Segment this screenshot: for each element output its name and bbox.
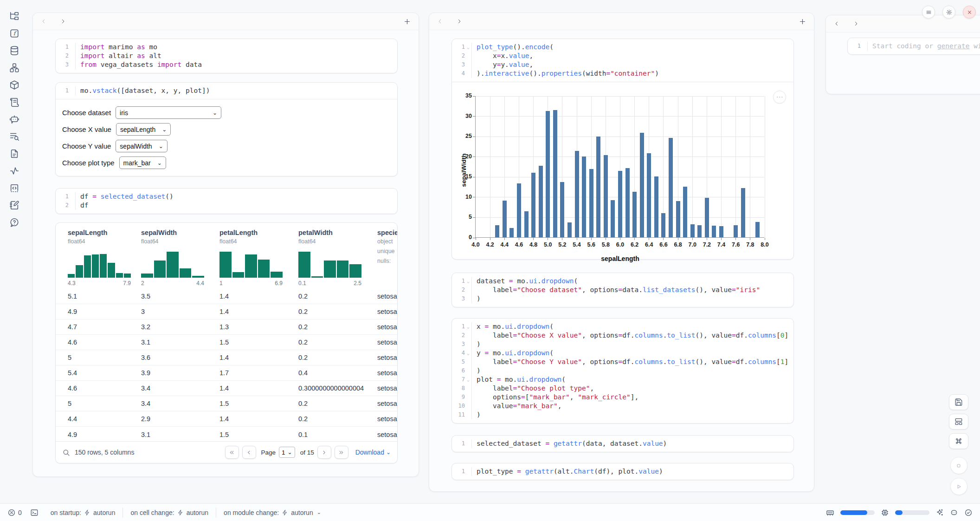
terminal-icon[interactable]	[30, 508, 39, 517]
connection-status-icon[interactable]	[964, 508, 973, 517]
column-sepalLength: sepalLengthfloat644.37.9	[68, 229, 133, 287]
chart-bar	[741, 188, 745, 237]
run-all-button[interactable]	[950, 478, 967, 495]
code-cell-xy-plot-dropdowns[interactable]: 1⌄x = mo.ui.dropdown(2 label="Choose X v…	[451, 318, 794, 423]
column-petalLength: petalLengthfloat6416.9	[219, 229, 284, 287]
next-page-button[interactable]	[317, 446, 331, 459]
fold-chevron-icon[interactable]: ⌄	[465, 322, 471, 331]
y-tick-label: 30	[455, 113, 472, 119]
errors-icon[interactable]	[7, 508, 16, 517]
chart-bar	[618, 171, 622, 237]
chevron-left-icon[interactable]	[833, 20, 840, 27]
menu-button[interactable]	[922, 6, 935, 19]
text-search-icon[interactable]	[9, 131, 19, 142]
choose-plot-type-select[interactable]: mark_bar⌄	[119, 156, 166, 169]
code-cell-plot[interactable]: 1⌄plot_type().encode(2 x=x.value,3 y=y.v…	[451, 39, 794, 260]
choose-x-value-select[interactable]: sepalLength⌄	[116, 123, 171, 136]
activity-icon[interactable]	[9, 166, 19, 176]
code-cell-dataset-dropdown[interactable]: 1⌄dataset = mo.ui.dropdown(2 label="Choo…	[451, 273, 794, 307]
prev-page-button[interactable]	[242, 446, 256, 459]
file-text-icon[interactable]	[9, 149, 19, 159]
fold-chevron-icon[interactable]: ⌄	[465, 277, 471, 286]
scroll-text-icon[interactable]	[9, 97, 19, 107]
layout-button[interactable]	[949, 414, 968, 430]
code-line: 1selected_dataset = getattr(data, datase…	[452, 439, 793, 448]
package-icon[interactable]	[9, 80, 19, 90]
notebook-column-2: 1⌄plot_type().encode(2 x=x.value,3 y=y.v…	[429, 13, 814, 492]
chevron-right-icon[interactable]	[853, 20, 859, 27]
code-cell-plot-type[interactable]: 1plot_type = getattr(alt.Chart(df), plot…	[451, 463, 794, 480]
chevron-left-icon[interactable]	[40, 18, 47, 25]
file-tree-icon[interactable]	[9, 11, 19, 21]
table-cell: 0.3000000000000004	[298, 384, 364, 392]
code-line: 1mo.vstack([dataset, x, y, plot])	[56, 86, 397, 95]
line-number: 2	[452, 52, 465, 60]
fold-gutter	[465, 402, 471, 410]
download-button[interactable]: Download ⌄	[355, 449, 391, 456]
line-number: 5	[452, 358, 465, 366]
chevron-down-icon: ⌄	[386, 449, 391, 456]
search-icon[interactable]	[62, 449, 70, 456]
x-tick-label: 7.8	[742, 241, 758, 248]
close-button[interactable]	[963, 6, 976, 19]
copilot-icon[interactable]	[950, 508, 958, 517]
chevron-right-icon[interactable]	[60, 18, 66, 25]
chart-menu-button[interactable]: ⋯	[773, 91, 786, 104]
choose-dataset-select[interactable]: iris⌄	[116, 106, 221, 119]
code-square-icon[interactable]	[9, 183, 19, 193]
chart-bar	[632, 192, 637, 237]
runtime-config-label: on module change:	[224, 509, 279, 516]
database-icon[interactable]	[9, 46, 19, 56]
help-circle-icon[interactable]	[9, 217, 19, 228]
function-square-icon[interactable]: f	[9, 28, 19, 39]
add-cell-icon[interactable]	[799, 18, 806, 26]
workflow-icon[interactable]	[9, 63, 19, 73]
code-line: 11)	[452, 410, 793, 419]
bar-chart[interactable]: sepalLength sepalWidth 4.04.24.44.64.85.…	[475, 96, 764, 238]
add-cell-icon[interactable]	[403, 18, 411, 26]
column-name: petalLength	[219, 229, 284, 236]
first-page-button[interactable]	[225, 446, 239, 459]
chart-bar	[589, 169, 593, 237]
table-cell: setosa	[377, 323, 397, 331]
stop-button[interactable]	[950, 457, 967, 474]
x-tick-label: 5.8	[598, 241, 613, 248]
chart-bar	[553, 110, 557, 237]
table-cell: 5	[68, 400, 71, 407]
line-number: 1	[848, 42, 861, 51]
fold-chevron-icon[interactable]: ⌄	[465, 43, 471, 52]
code-cell-selected-dataset[interactable]: 1selected_dataset = getattr(data, datase…	[451, 435, 794, 452]
code-cell-vstack[interactable]: 1mo.vstack([dataset, x, y, plot]) Choose…	[55, 82, 398, 176]
table-cell: 3	[141, 308, 145, 315]
code-cell-df[interactable]: 1df = selected_dataset()2df	[55, 188, 398, 214]
notebook-pen-icon[interactable]	[9, 200, 19, 210]
bot-icon[interactable]	[9, 114, 19, 124]
last-page-button[interactable]	[335, 446, 348, 459]
notebook-column-3: 1Start coding or generate with AI	[825, 15, 980, 94]
chevron-left-icon[interactable]	[437, 18, 443, 25]
ai-sparkles-icon[interactable]	[935, 508, 944, 517]
fold-gutter	[465, 340, 471, 349]
code-line: 3)	[452, 294, 793, 303]
runtime-config-1[interactable]: on startup:autorun	[51, 509, 116, 516]
column-dtype: float64	[141, 238, 206, 245]
code-line: 4).interactive().properties(width="conta…	[452, 69, 793, 78]
table-cell: 2.9	[141, 415, 150, 423]
save-button[interactable]	[949, 394, 968, 410]
x-tick-label: 5.4	[569, 241, 585, 248]
empty-code-cell[interactable]: 1Start coding or generate with AI	[847, 38, 980, 55]
runtime-config-2[interactable]: on cell change:autorun	[130, 509, 208, 516]
fold-chevron-icon[interactable]: ⌄	[465, 349, 471, 358]
table-row: 4.63.41.40.3000000000000004setosa	[56, 381, 397, 396]
choose-y-value-select[interactable]: sepalWidth⌄	[116, 140, 167, 152]
page-select[interactable]: 1 ⌄	[279, 447, 295, 458]
settings-button[interactable]	[942, 6, 955, 19]
fold-chevron-icon[interactable]: ⌄	[465, 375, 471, 384]
code-line: 2import altair as alt	[56, 52, 397, 60]
fold-gutter	[69, 192, 75, 201]
chevron-down-icon: ⌄	[159, 143, 163, 150]
runtime-config-3[interactable]: on module change:autorun⌄	[224, 509, 321, 516]
chevron-right-icon[interactable]	[456, 18, 463, 25]
command-palette-button[interactable]	[949, 433, 968, 449]
code-cell-imports[interactable]: 1import marimo as mo2import altair as al…	[55, 39, 398, 73]
